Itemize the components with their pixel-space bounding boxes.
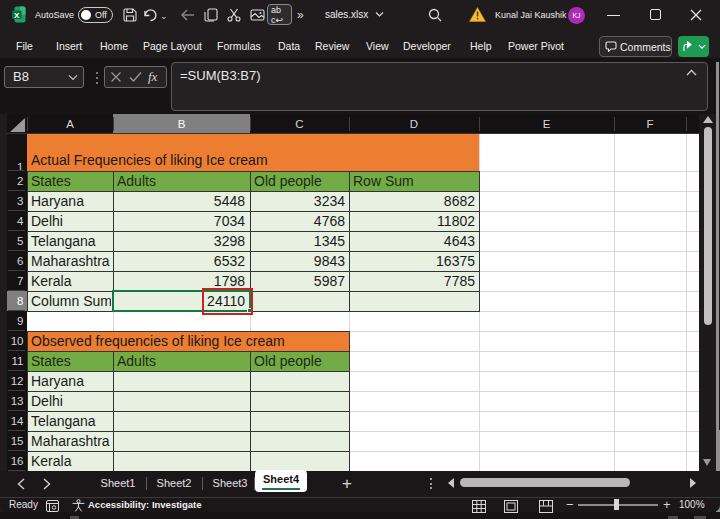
svg-text:X: X <box>14 11 20 20</box>
